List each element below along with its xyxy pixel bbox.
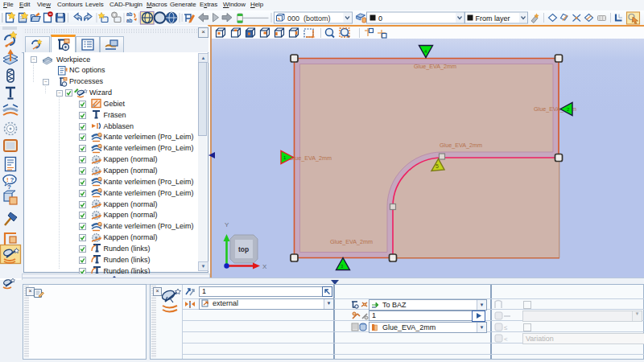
- svg-text:Glue_EVA_2mm: Glue_EVA_2mm: [330, 238, 373, 245]
- svg-text:?: ?: [10, 176, 14, 183]
- svg-text:From layer: From layer: [476, 14, 510, 23]
- svg-text:0: 0: [378, 14, 382, 23]
- svg-text:?: ?: [7, 183, 11, 191]
- svg-text:top: top: [238, 245, 249, 253]
- svg-text:Glue_EVA_2mm: Glue_EVA_2mm: [440, 142, 482, 149]
- svg-text:Glue_EVA_2mm: Glue_EVA_2mm: [414, 63, 456, 70]
- svg-text:ab: ab: [126, 11, 133, 17]
- svg-text:000 (bottom): 000 (bottom): [287, 14, 331, 23]
- svg-text:Y: Y: [225, 221, 229, 228]
- svg-text:5: 5: [436, 163, 439, 169]
- svg-text:ab: ab: [126, 18, 133, 23]
- svg-text:Glue_EVA_2mm: Glue_EVA_2mm: [289, 154, 332, 162]
- svg-text:X: X: [262, 263, 267, 270]
- svg-text:!: !: [6, 176, 9, 183]
- svg-text:≤: ≤: [504, 324, 508, 331]
- svg-text:<: <: [504, 335, 508, 343]
